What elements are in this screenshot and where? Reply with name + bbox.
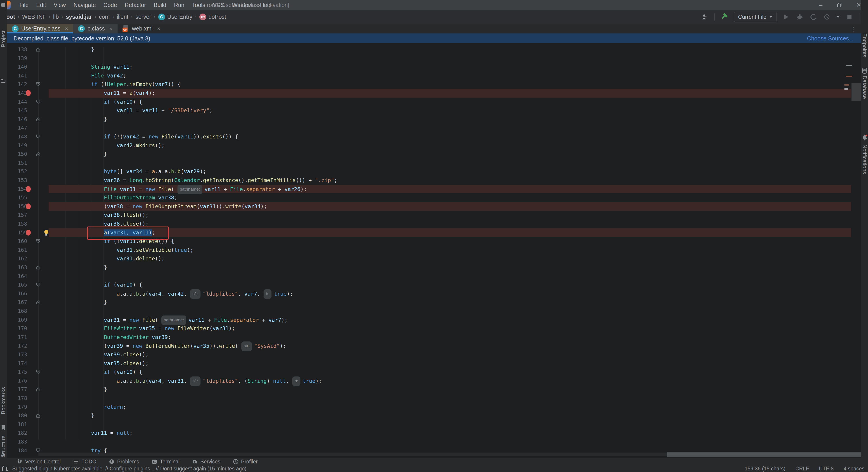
run-icon[interactable] (782, 13, 790, 21)
line-number[interactable]: 157 (9, 211, 27, 220)
user-account-icon[interactable] (701, 13, 708, 21)
fold-down-icon[interactable] (36, 282, 41, 287)
code-editor[interactable]: 138 }139140 String var11;141 File var42;… (7, 43, 861, 458)
toolwindow-terminal[interactable]: Terminal (152, 459, 180, 465)
fold-up-icon[interactable] (36, 117, 41, 122)
tool-stripe-bookmarks[interactable]: Bookmarks (0, 387, 6, 414)
fold-down-icon[interactable] (36, 134, 41, 139)
code-line-163[interactable]: 163 } (7, 263, 861, 272)
breadcrumb-item-ilient[interactable]: ilient (117, 13, 128, 20)
tool-stripe-project[interactable]: Project (0, 31, 6, 47)
breadcrumb-item-lib[interactable]: lib (53, 13, 59, 20)
menu-refactor[interactable]: Refactor (125, 2, 146, 8)
line-number[interactable]: 146 (9, 115, 27, 124)
code-line-152[interactable]: 152 byte[] var34 = a.a.a.b.b(var29); (7, 167, 861, 176)
tool-stripe-endpoints[interactable]: Endpoints (862, 33, 868, 57)
menu-tools[interactable]: Tools (192, 2, 205, 8)
code-line-161[interactable]: 161 var31.setWritable(true); (7, 246, 861, 255)
code-line-138[interactable]: 138 } (7, 45, 861, 54)
code-line-156[interactable]: 156 (var38 = new FileOutputStream(var31)… (7, 202, 861, 211)
code-line-154[interactable]: 154 File var31 = new File( pathname:var1… (7, 185, 861, 194)
code-line-155[interactable]: 155 FileOutputStream var38; (7, 193, 861, 202)
code-line-172[interactable]: 172 (var39 = new BufferedWriter(var35)).… (7, 341, 861, 350)
minimize-icon[interactable]: – (813, 0, 829, 10)
code-line-181[interactable]: 181 (7, 420, 861, 429)
fold-down-icon[interactable] (36, 448, 41, 453)
more-options-icon[interactable]: ⋮ (850, 26, 856, 33)
line-number[interactable]: 178 (9, 394, 27, 403)
line-number[interactable]: 141 (9, 71, 27, 80)
toolwindow-problems[interactable]: Problems (109, 459, 139, 465)
line-number[interactable]: 140 (9, 63, 27, 71)
breadcrumb-item-dopost[interactable]: doPost (209, 13, 226, 20)
tab-web-xml[interactable]: <>web.xml× (118, 24, 165, 33)
stop-icon[interactable] (846, 13, 853, 21)
intention-bulb-icon[interactable] (43, 230, 49, 236)
breadcrumb-item-server[interactable]: server (135, 13, 151, 20)
breakpoint-icon[interactable] (26, 186, 31, 192)
editor-scrollbar[interactable] (851, 83, 861, 101)
fold-down-icon[interactable] (36, 369, 41, 374)
line-number[interactable]: 152 (9, 167, 27, 176)
line-number[interactable]: 145 (9, 106, 27, 115)
line-number[interactable]: 163 (9, 263, 27, 272)
line-number[interactable]: 181 (9, 420, 27, 429)
line-number[interactable]: 160 (9, 237, 27, 246)
restore-icon[interactable] (832, 0, 848, 10)
line-number[interactable]: 156 (9, 202, 27, 211)
notification-bell-icon[interactable] (862, 135, 867, 140)
line-number[interactable]: 153 (9, 176, 27, 185)
stripe-mark[interactable] (844, 88, 848, 90)
line-number[interactable]: 171 (9, 333, 27, 342)
line-number[interactable]: 151 (9, 159, 27, 167)
line-number[interactable]: 167 (9, 298, 27, 307)
close-tab-icon[interactable]: × (110, 26, 113, 32)
code-line-171[interactable]: 171 BufferedWriter var39; (7, 333, 861, 342)
breadcrumb-item-web-inf[interactable]: WEB-INF (22, 13, 46, 20)
debug-icon[interactable] (796, 13, 804, 21)
close-tab-icon[interactable]: × (157, 26, 160, 32)
line-number[interactable]: 166 (9, 289, 27, 298)
code-line-151[interactable]: 151 (7, 159, 861, 167)
code-line-179[interactable]: 179 return; (7, 403, 861, 411)
indent-setting[interactable]: 4 spaces (844, 466, 864, 472)
line-number[interactable]: 172 (9, 341, 27, 350)
breakpoint-icon[interactable] (26, 203, 31, 209)
tool-stripe-database[interactable]: Database (862, 76, 868, 99)
structure-icon[interactable] (1, 452, 6, 457)
line-number[interactable]: 175 (9, 368, 27, 376)
code-line-173[interactable]: 173 var39.close(); (7, 350, 861, 359)
tool-stripe-notifications[interactable]: Notifications (862, 144, 868, 174)
code-line-140[interactable]: 140 String var11; (7, 63, 861, 71)
breadcrumb-item-userentry[interactable]: UserEntry (167, 13, 192, 20)
line-number[interactable]: 144 (9, 98, 27, 106)
stacked-windows-icon[interactable] (2, 466, 8, 471)
code-line-166[interactable]: 166 a.a.a.b.a(var4, var42, s1:"ldapfiles… (7, 289, 861, 298)
line-number[interactable]: 149 (9, 141, 27, 150)
choose-sources-link[interactable]: Choose Sources... (807, 35, 861, 42)
menu-code[interactable]: Code (103, 2, 117, 8)
code-line-169[interactable]: 169 var31 = new File( pathname:var11 + F… (7, 315, 861, 324)
line-number[interactable]: 150 (9, 150, 27, 159)
line-number[interactable]: 154 (9, 185, 27, 194)
line-number[interactable]: 164 (9, 272, 27, 281)
line-number[interactable]: 138 (9, 45, 27, 54)
code-line-148[interactable]: 148 if (!(var42 = new File(var11)).exist… (7, 132, 861, 141)
fold-up-icon[interactable] (36, 413, 41, 418)
toolwindow-services[interactable]: Services (192, 459, 220, 465)
breakpoint-icon[interactable] (26, 90, 31, 96)
menu-run[interactable]: Run (174, 2, 184, 8)
line-number[interactable]: 173 (9, 350, 27, 359)
stripe-mark[interactable] (844, 84, 849, 86)
fold-up-icon[interactable] (36, 151, 41, 157)
line-number[interactable]: 148 (9, 132, 27, 141)
menu-view[interactable]: View (54, 2, 66, 8)
code-line-182[interactable]: 182 var11 = null; (7, 429, 861, 437)
code-line-165[interactable]: 165 if (var10) { (7, 280, 861, 289)
profiler-clock-icon[interactable] (823, 13, 831, 21)
code-line-178[interactable]: 178 (7, 394, 861, 403)
line-number[interactable]: 180 (9, 411, 27, 420)
code-line-142[interactable]: 142 if (!Helper.isEmpty(var7)) { (7, 80, 861, 89)
code-line-139[interactable]: 139 (7, 54, 861, 63)
code-line-147[interactable]: 147 (7, 124, 861, 132)
